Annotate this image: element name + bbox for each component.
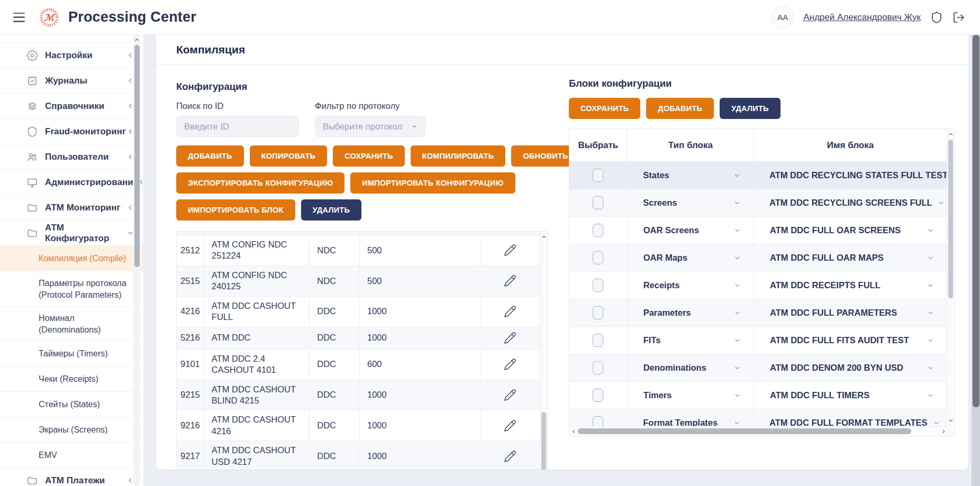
row-checkbox[interactable] <box>593 224 603 237</box>
row-checkbox[interactable] <box>593 389 603 402</box>
scroll-left-icon[interactable] <box>571 429 576 434</box>
config-transfer-button-2[interactable]: ИМПОРТИРОВАТЬ КОНФИГУРАЦИЮ <box>350 172 515 194</box>
scroll-up-icon[interactable] <box>134 37 140 43</box>
table-row[interactable]: OAR ScreensATM DDC FULL OAR SCREENS <box>569 217 947 244</box>
edit-row-button[interactable] <box>504 274 516 287</box>
config-action-button-3[interactable]: СОХРАНИТЬ <box>333 145 404 167</box>
block-name-select[interactable]: ATM DDC FULL TIMERS <box>754 382 947 409</box>
sidebar-subitem[interactable]: Параметры протокола (Protocol Parameters… <box>0 271 143 307</box>
sidebar-item[interactable]: Пользователи <box>0 144 143 170</box>
sidebar-item[interactable]: Справочники <box>0 94 143 119</box>
sidebar-item[interactable]: Настройки <box>0 43 143 68</box>
config-table-scrollbar[interactable] <box>540 232 547 470</box>
block-type-select[interactable]: States <box>627 162 754 189</box>
table-row[interactable]: TimersATM DDC FULL TIMERS <box>569 382 947 409</box>
scrollbar-thumb[interactable] <box>578 428 911 434</box>
block-type-select[interactable]: OAR Screens <box>628 217 754 244</box>
row-checkbox[interactable] <box>593 306 603 319</box>
scrollbar-thumb[interactable] <box>134 45 140 267</box>
sidebar-subitem[interactable]: Номинал (Denominations) <box>0 307 143 341</box>
block-type-select[interactable]: Timers <box>628 382 754 409</box>
scroll-up-icon[interactable] <box>948 132 954 137</box>
table-row[interactable]: ReceiptsATM DDC RECEIPTS FULL <box>569 272 947 299</box>
scroll-up-icon[interactable] <box>541 234 547 240</box>
scroll-right-icon[interactable] <box>941 429 946 434</box>
block-type-select[interactable]: Screens <box>627 189 754 216</box>
row-checkbox[interactable] <box>593 196 603 209</box>
edit-row-button[interactable] <box>504 332 516 344</box>
row-checkbox[interactable] <box>593 169 603 182</box>
blocks-table-vscrollbar[interactable] <box>947 129 954 436</box>
config-block-button-2[interactable]: УДАЛИТЬ <box>301 199 362 221</box>
table-row[interactable]: 9217ATM DDC CASHOUT USD 4217DDC1000 <box>177 441 540 470</box>
config-action-button-4[interactable]: КОМПИЛИРОВАТЬ <box>411 145 506 167</box>
table-row[interactable]: 9101ATM DDC 2.4 CASHOUT 4101DDC600 <box>177 350 540 380</box>
sidebar-subitem[interactable]: EMV <box>0 443 143 468</box>
user-name-link[interactable]: Андрей Александрович Жук <box>803 12 921 23</box>
shield-icon[interactable] <box>930 11 943 24</box>
scrollbar-thumb[interactable] <box>541 412 546 470</box>
block-type-select[interactable]: FITs <box>628 327 754 354</box>
table-row[interactable]: 9216ATM DDC CASHOUT 4216DDC1000 <box>177 410 540 441</box>
blocks-action-button-3[interactable]: УДАЛИТЬ <box>720 98 781 119</box>
table-row[interactable]: DenominationsATM DDC DENOM 200 BYN USD <box>569 354 947 382</box>
row-checkbox[interactable] <box>593 279 603 292</box>
blocks-action-button-2[interactable]: ДОБАВИТЬ <box>646 98 714 119</box>
block-name-select[interactable]: ATM DDC FULL PARAMETERS <box>754 299 947 326</box>
config-action-button-1[interactable]: ДОБАВИТЬ <box>176 145 244 167</box>
block-name-select[interactable]: ATM DDC RECYCLING STATES FULL TEST <box>754 162 947 189</box>
sidebar-subitem[interactable]: Стейты (States) <box>0 392 143 417</box>
block-type-select[interactable]: Receipts <box>628 272 754 299</box>
scrollbar-thumb[interactable] <box>973 35 979 407</box>
sidebar-subitem[interactable]: Экраны (Screens) <box>0 417 143 443</box>
sidebar-item[interactable]: Fraud-мониторинг <box>0 119 143 144</box>
sidebar-item[interactable]: АТМ Мониторинг <box>0 195 143 221</box>
edit-row-button[interactable] <box>504 244 516 256</box>
sidebar-subitem[interactable]: Компиляция (Compile) <box>0 246 143 271</box>
scrollbar-thumb[interactable] <box>948 140 953 298</box>
sidebar-item[interactable]: АТМ Платежи <box>0 468 143 486</box>
edit-row-button[interactable] <box>504 358 516 371</box>
table-row[interactable]: OAR MapsATM DDC FULL OAR MAPS <box>569 244 947 272</box>
config-transfer-button-1[interactable]: ЭКСПОРТИРОВАТЬ КОНФИГУРАЦИЮ <box>176 172 344 194</box>
row-checkbox[interactable] <box>593 361 603 374</box>
table-row[interactable]: 2515ATM CONFIG NDC 240125NDC500 <box>177 266 540 297</box>
blocks-table-hscrollbar[interactable] <box>569 426 948 436</box>
sidebar-item[interactable]: Журналы <box>0 68 143 94</box>
block-type-select[interactable]: OAR Maps <box>628 244 754 271</box>
scroll-down-icon[interactable] <box>948 418 954 423</box>
row-checkbox[interactable] <box>593 251 603 264</box>
protocol-select[interactable]: Выберите протокол <box>315 116 426 137</box>
logout-icon[interactable] <box>952 11 965 24</box>
table-row[interactable]: 2512ATM CONFIG NDC 251224NDC500 <box>177 235 540 266</box>
block-name-select[interactable]: ATM DDC FULL FITS AUDIT TEST <box>754 327 947 354</box>
config-block-button-1[interactable]: ИМПОРТИРОВАТЬ БЛОК <box>176 199 295 221</box>
block-type-select[interactable]: Denominations <box>628 354 754 381</box>
user-avatar[interactable]: AA <box>772 6 794 29</box>
table-row[interactable]: ScreensATM DDC RECYCLING SCREENS FULL <box>569 189 947 217</box>
block-type-select[interactable]: Parameters <box>628 299 754 326</box>
sidebar-item[interactable]: АТМ Конфигуратор <box>0 221 143 246</box>
table-row[interactable]: 5216ATM DDCDDC1000 <box>177 327 540 350</box>
block-name-select[interactable]: ATM DDC RECEIPTS FULL <box>754 272 947 299</box>
edit-row-button[interactable] <box>504 419 516 432</box>
block-name-select[interactable]: ATM DDC DENOM 200 BYN USD <box>754 354 947 381</box>
table-row[interactable]: ParametersATM DDC FULL PARAMETERS <box>569 299 947 327</box>
sidebar-scrollbar[interactable] <box>133 35 140 486</box>
table-row[interactable]: 4216ATM DDC CASHOUT FULLDDC1000 <box>177 297 540 327</box>
search-id-input[interactable] <box>176 116 299 137</box>
sidebar-subitem[interactable]: Таймеры (Timers) <box>0 341 143 366</box>
blocks-action-button-1[interactable]: СОХРАНИТЬ <box>569 98 640 119</box>
table-row[interactable]: FITsATM DDC FULL FITS AUDIT TEST <box>569 327 947 354</box>
block-name-select[interactable]: ATM DDC FULL OAR SCREENS <box>754 217 947 244</box>
block-name-select[interactable]: ATM DDC FULL OAR MAPS <box>754 244 947 271</box>
table-row[interactable]: 9215ATM DDC CASHOUT BLIND 4215DDC1000 <box>177 380 540 411</box>
edit-row-button[interactable] <box>504 389 516 401</box>
sidebar-subitem[interactable]: Чеки (Receipts) <box>0 366 143 392</box>
edit-row-button[interactable] <box>504 305 516 318</box>
sidebar-item[interactable]: Администрирование <box>0 170 143 195</box>
row-checkbox[interactable] <box>593 334 603 347</box>
block-name-select[interactable]: ATM DDC RECYCLING SCREENS FULL <box>754 189 947 216</box>
config-action-button-2[interactable]: КОПИРОВАТЬ <box>250 145 328 167</box>
edit-row-button[interactable] <box>504 450 516 463</box>
